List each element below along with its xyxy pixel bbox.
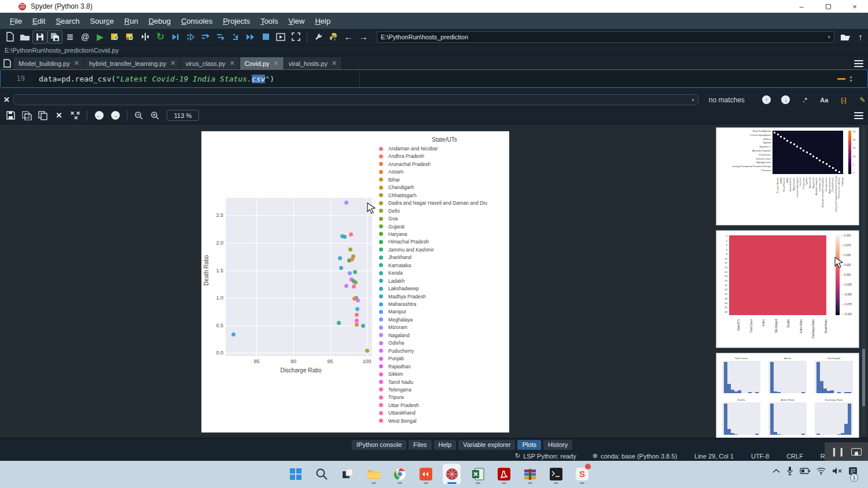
close-tab-icon[interactable]: ✕ [74,60,79,67]
taskbar-app-start-icon[interactable] [286,464,304,485]
case-sensitive-toggle-button[interactable]: Aa [819,95,830,105]
scrollbar-arrows-icon[interactable]: ▲▼ [849,75,853,83]
open-file-button[interactable] [17,30,32,44]
save-all-plots-button[interactable] [19,109,35,123]
minimize-button[interactable]: – [788,0,815,13]
close-tab-icon[interactable]: ✕ [230,60,235,67]
taskbar-app-search-icon[interactable] [312,464,330,485]
microphone-icon[interactable] [786,466,793,475]
menu-consoles[interactable]: Consoles [176,14,218,28]
close-tab-icon[interactable]: ✕ [332,60,337,67]
whole-word-toggle-button[interactable]: [-] [838,95,849,105]
taskbar-app-winrar-icon[interactable] [521,464,539,485]
step-over-button[interactable] [198,30,213,44]
thumbnails-scrollbar[interactable] [862,126,866,436]
forward-button[interactable]: → [356,30,371,44]
editor-tab-virus_class-py[interactable]: virus_class.py✕ [181,57,240,69]
pane-tab-plots[interactable]: Plots [517,440,540,450]
menu-edit[interactable]: Edit [27,14,50,28]
taskbar-app-acrobat-icon[interactable] [495,464,513,485]
menu-debug[interactable]: Debug [144,14,176,28]
plot-thumbnail-confusion-heatmap[interactable]: Bronchial AsthmaCervical spondylosisMala… [716,127,859,225]
taskbar-app-task-view-icon[interactable] [339,464,356,485]
close-tab-icon[interactable]: ✕ [170,60,175,67]
next-plot-button[interactable]: → [107,109,123,123]
debug-file-button[interactable] [168,30,183,44]
stop-debug-button[interactable] [258,30,273,44]
run-selection-button[interactable] [138,30,153,44]
code-line[interactable]: data=pd.read_csv("Latest Covid-19 India … [39,70,274,87]
menu-help[interactable]: Help [310,14,336,28]
taskbar-app-s-app-icon[interactable]: S [573,464,591,485]
previous-plot-button[interactable]: ← [91,109,107,123]
run-cell-button[interactable] [108,30,123,44]
restore-button[interactable] [815,0,841,13]
debug-cell-button[interactable] [183,30,198,44]
taskbar-app-excel-icon[interactable] [469,464,487,485]
plot-thumbnail-correlation-heatmap[interactable]: 0246810121416182022242628303234State/UTs… [716,230,859,348]
menu-source[interactable]: Source [85,14,119,28]
run-cell-advance-button[interactable] [123,30,138,44]
browse-directory-button[interactable] [838,30,853,44]
menu-tools[interactable]: Tools [255,14,283,28]
scatter-plot-figure[interactable]: Discharge Ratio Death Ratio State/UTs An… [201,131,509,432]
plots-options-menu-icon[interactable] [854,112,863,119]
run-external-window-button[interactable] [273,30,288,44]
editor-options-menu-icon[interactable] [854,60,863,67]
menu-projects[interactable]: Projects [218,14,255,28]
editor-tab-Covid-py[interactable]: Covid.py✕ [240,57,284,69]
webcam-icon[interactable] [851,448,862,456]
browse-tabs-icon[interactable] [1,57,13,69]
step-return-button[interactable] [228,30,243,44]
taskbar-app-quick-launch-icon[interactable] [417,464,435,485]
symbol-finder-button[interactable]: @ [78,30,93,44]
close-find-icon[interactable]: ✕ [0,95,13,104]
close-tab-icon[interactable]: ✕ [274,60,279,67]
taskbar-app-terminal-icon[interactable] [547,464,565,485]
code-editor[interactable]: 19 data=pd.read_csv("Latest Covid-19 Ind… [0,69,868,88]
new-file-button[interactable] [2,30,17,44]
editor-tab-hybrid_transfer_learning-py[interactable]: hybrid_transfer_learning.py✕ [84,57,181,69]
run-file-button[interactable]: ▶ [93,30,108,44]
pane-tab-variable-explorer[interactable]: Variable explorer [458,440,515,450]
menu-search[interactable]: Search [50,14,84,28]
parent-directory-button[interactable]: ↑ [853,30,868,44]
remove-all-plots-button[interactable]: ✕ ✕ ✕ [67,109,83,123]
chevron-down-icon[interactable]: ▾ [692,97,694,103]
zoom-out-icon[interactable] [131,109,147,123]
pane-tab-history[interactable]: History [543,440,572,450]
close-button[interactable]: × [841,0,868,13]
tray-chevron-up-icon[interactable] [773,468,780,473]
pause-icon[interactable]: ❙❙ [831,447,845,456]
menu-view[interactable]: View [283,14,310,28]
editor-tab-Model_building-py[interactable]: Model_building.py✕ [14,57,84,69]
volume-muted-icon[interactable] [832,467,842,475]
pane-tab-ipython-console[interactable]: IPython console [352,440,406,450]
menu-run[interactable]: Run [119,14,144,28]
find-input[interactable]: ▾ [13,94,698,105]
battery-icon[interactable] [800,468,810,474]
save-button[interactable] [32,30,47,44]
file-switcher-button[interactable]: ≣ [62,30,78,44]
taskbar-app-spyder-icon[interactable] [443,464,461,485]
save-all-button[interactable] [47,30,62,44]
taskbar-app-file-explorer-icon[interactable] [365,464,382,485]
find-next-button[interactable]: ↓ [780,95,791,105]
chevron-down-icon[interactable]: ▾ [827,34,830,40]
taskbar-app-chrome-icon[interactable] [391,464,409,485]
copy-plot-button[interactable] [35,109,51,123]
wifi-icon[interactable] [816,467,826,475]
highlight-matches-button[interactable]: ✎ [857,95,868,105]
editor-tab-viral_hosts-py[interactable]: viral_hosts.py✕ [284,57,342,69]
working-directory-input[interactable]: E:\PythonRun\hosts_prediction ▾ [377,31,834,43]
pane-tab-help[interactable]: Help [434,440,457,450]
pane-tab-files[interactable]: Files [409,440,431,450]
preferences-wrench-icon[interactable] [311,30,326,44]
plot-thumbnail-histogram-grid[interactable]: Total CasesActiveDischargedDeathsActive … [716,353,859,438]
remove-plot-button[interactable]: ✕ [51,109,67,123]
recorder-widget[interactable]: ❙❙ [825,442,868,461]
back-button[interactable]: ← [341,30,356,44]
save-plot-button[interactable] [2,109,19,123]
menu-file[interactable]: File [5,14,27,28]
python-path-icon[interactable] [326,30,341,44]
